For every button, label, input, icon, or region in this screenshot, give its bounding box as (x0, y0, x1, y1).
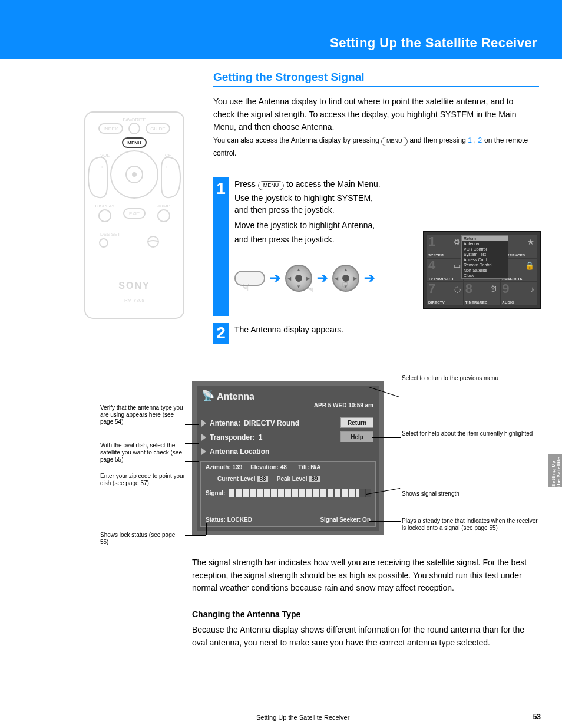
osd-popup-item[interactable]: Non-Satellite (462, 268, 508, 273)
intro-key-2: 2 (478, 136, 482, 144)
star-icon: ★ (527, 238, 534, 246)
remote-label-dss: DSS SET (100, 232, 120, 237)
dish-icon: 📡 (201, 389, 214, 402)
aw-levels-row: Current Level88 Peak Level89 (217, 476, 322, 482)
osd-popup-item[interactable]: Access Card (462, 257, 508, 262)
leader-line (185, 535, 206, 536)
leader-line (369, 521, 401, 522)
aw-row-location[interactable]: Antenna Location (201, 446, 269, 457)
remote-label-favorite: FAVORITE (123, 117, 146, 123)
aw-azimuth-row: Azimuth: 139 Elevation: 48 Tilt: N/A (206, 464, 320, 470)
step1-menu-pill: MENU (258, 181, 285, 190)
step1-text-rest: to access the Main Menu. (286, 179, 381, 189)
step2-line-a: The Antenna display appears. (234, 324, 541, 336)
osd-popup-item[interactable]: Remote Control (462, 262, 508, 268)
aw-row-antenna[interactable]: Antenna: DIRECTV Round (201, 417, 299, 429)
timer-icon: ⏱ (490, 285, 497, 294)
aw-signal-bar-row: Signal: (206, 489, 371, 497)
intro-text-b: You can also access the Antenna display … (213, 136, 381, 144)
header-banner: Setting Up the Satellite Receiver (0, 0, 562, 59)
signal-paragraph: The signal strength bar indicates how we… (192, 556, 540, 595)
remote-illustration: .lt{fill:none;stroke:#d8d8d8;stroke-widt… (82, 110, 186, 321)
aw-row-transponder[interactable]: Transponder: 1 (201, 431, 262, 443)
header-title: Setting Up the Satellite Receiver (330, 35, 537, 51)
osd-popup: Return Antenna VCR Control System Test A… (461, 235, 508, 279)
callout-seeker: Plays a steady tone that indicates when … (402, 518, 540, 532)
leader-line (185, 424, 199, 425)
leader-line (185, 461, 199, 462)
menu-button-press-icon: ☟ (234, 271, 265, 286)
aw-seeker: Signal Seeker: On (320, 516, 371, 523)
triangle-icon (201, 448, 206, 455)
intro-text-c: and then pressing (409, 136, 468, 144)
svg-point-14 (100, 239, 108, 247)
footer-text: Setting Up the Satellite Receiver (256, 714, 349, 721)
aw-transponder-value: 1 (259, 433, 263, 442)
callout-return: Select to return to the previous menu (402, 375, 540, 382)
remote-brand: SONY (118, 281, 150, 291)
remote-label-menu: MENU (127, 140, 141, 146)
antenna-window: 📡 Antenna APR 5 WED 10:59 am Antenna: DI… (192, 381, 384, 535)
svg-point-6 (132, 172, 137, 177)
step1-line-e: and then press the joystick. (234, 233, 427, 246)
joystick-move-icon: ▲▼◀▶ ☟ (285, 265, 312, 292)
svg-point-0 (129, 123, 140, 134)
triangle-icon (201, 434, 206, 441)
callout-transponder: With the oval dish, select the satellite… (100, 442, 185, 463)
osd-popup-item[interactable]: VCR Control (462, 246, 508, 252)
tv-icon: ▭ (454, 261, 461, 270)
svg-point-13 (158, 210, 170, 222)
lock-icon: 🔒 (525, 261, 534, 270)
aw-status: Status: LOCKED (206, 516, 252, 523)
joystick-press-icon: ▲▼◀▶ ☟ (332, 265, 359, 292)
svg-text:–: – (166, 186, 168, 191)
aw-transponder-label: Transponder: (210, 433, 255, 442)
svg-point-15 (148, 236, 158, 247)
triangle-icon (201, 420, 206, 427)
step-number-2: 2 (213, 323, 229, 344)
callout-help: Select for help about the item currently… (402, 430, 540, 437)
changing-paragraph: Because the Antenna display shows differ… (192, 624, 540, 649)
gear-icon: ⚙ (454, 238, 461, 246)
step1-text-press: Press (234, 179, 258, 189)
aw-return-button[interactable]: Return (340, 417, 373, 428)
osd-cell-system[interactable]: 1⚙SYSTEM (427, 235, 463, 258)
osd-popup-item[interactable]: Antenna (462, 241, 508, 246)
svg-text:+: + (166, 164, 168, 170)
remote-label-guide: GUIDE (150, 126, 165, 131)
osd-main-menu: 1⚙SYSTEM ★EFERENCES 4▭TV PROPERTI 🔒KS&LI… (423, 231, 541, 309)
callout-status: Shows lock status (see page 55) (100, 532, 185, 546)
step-number-1: 1 (213, 177, 229, 316)
aw-signal-panel: Azimuth: 139 Elevation: 48 Tilt: N/A Cur… (200, 461, 376, 527)
callout-antenna: Verify that the antenna type you are usi… (100, 404, 185, 426)
remote-label-index: INDEX (104, 126, 118, 131)
circle-icon: ◌ (454, 285, 461, 294)
leader-line (206, 523, 207, 535)
remote-model: RM-Y808 (124, 298, 144, 303)
leader-line (372, 437, 401, 438)
aw-antenna-value: DIRECTV Round (244, 419, 299, 427)
intro-text-a: You use the Antenna display to find out … (213, 97, 517, 131)
osd-cell-audio[interactable]: 9♪AUDIO (501, 282, 537, 305)
osd-popup-item[interactable]: System Test (462, 252, 508, 257)
page-number: 53 (533, 713, 541, 721)
section-heading: Getting the Strongest Signal (213, 71, 365, 84)
arrow-icon: ➔ (270, 271, 280, 286)
step1-line-a: Press MENU to access the Main Menu. (234, 178, 427, 190)
osd-cell-tvprop[interactable]: 4▭TV PROPERTI (427, 259, 463, 281)
section-rule (213, 86, 539, 87)
osd-cell-directv[interactable]: 7◌DIRECTV (427, 282, 463, 305)
svg-text:+: + (101, 164, 104, 170)
osd-cell-timer[interactable]: 8⏱TIMER&REC (464, 282, 500, 305)
osd-popup-item[interactable]: Return (462, 236, 508, 241)
aw-date: APR 5 WED 10:59 am (314, 402, 373, 409)
aw-signal-label: Signal: (206, 490, 225, 496)
side-tab: Setting Up the Satellite Receiver (548, 454, 562, 487)
leader-line (185, 443, 199, 444)
osd-popup-item[interactable]: Clock (462, 273, 508, 278)
aw-help-button[interactable]: Help (340, 431, 373, 442)
intro-menu-pill: MENU (381, 137, 408, 146)
step1-line-d: Move the joystick to highlight Antenna, (234, 219, 427, 232)
aw-antenna-label: Antenna: (210, 419, 240, 427)
aw-signal-bar (229, 489, 371, 497)
